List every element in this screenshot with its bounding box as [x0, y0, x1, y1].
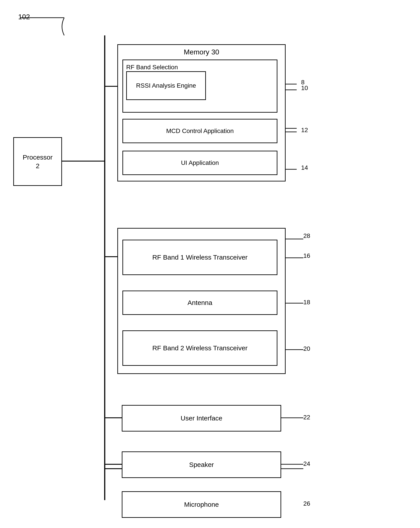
ui-app-box: UI Application — [123, 151, 277, 175]
ref-22: 22 — [303, 414, 310, 421]
rf1-box: RF Band 1 Wireless Transceiver — [123, 240, 277, 275]
rssi-label: RSSI Analysis Engine — [136, 81, 196, 90]
microphone-box: Microphone — [122, 491, 281, 518]
ref-12: 12 — [301, 127, 308, 134]
rf2-label: RF Band 2 Wireless Transceiver — [152, 343, 247, 353]
rf1-label: RF Band 1 Wireless Transceiver — [152, 253, 247, 262]
microphone-label: Microphone — [184, 501, 219, 508]
memory-title: Memory 30 — [118, 48, 285, 56]
ref-24: 24 — [303, 460, 310, 467]
rf-transceivers-outer: RF Band 1 Wireless Transceiver Antenna R… — [117, 228, 286, 374]
mcd-box: MCD Control Application — [123, 119, 277, 143]
diagram-container: 102 Processor 2 Memory 30 RF Band Select… — [0, 0, 420, 528]
rf-selection-outer: RF Band Selection Application Program RS… — [123, 60, 277, 113]
antenna-box: Antenna — [123, 290, 277, 315]
ui-app-label: UI Application — [181, 159, 219, 167]
ref-16: 16 — [303, 252, 310, 259]
ref-26: 26 — [303, 500, 310, 507]
processor-label: Processor 2 — [23, 153, 52, 170]
antenna-label: Antenna — [187, 299, 212, 306]
ref-14: 14 — [301, 164, 308, 171]
ref-18: 18 — [303, 299, 310, 306]
speaker-box: Speaker — [122, 451, 281, 478]
ref-20: 20 — [303, 345, 310, 352]
ref-10: 10 — [301, 84, 308, 92]
processor-box: Processor 2 — [13, 137, 62, 186]
user-interface-box: User Interface — [122, 405, 281, 432]
rssi-box: RSSI Analysis Engine — [126, 71, 206, 100]
user-interface-label: User Interface — [181, 414, 222, 422]
speaker-label: Speaker — [189, 461, 214, 468]
mcd-label: MCD Control Application — [166, 127, 234, 135]
memory-outer-box: Memory 30 RF Band Selection Application … — [117, 44, 286, 181]
label-102: 102 — [18, 13, 30, 21]
rf2-box: RF Band 2 Wireless Transceiver — [123, 330, 277, 366]
ref-28: 28 — [303, 232, 310, 240]
